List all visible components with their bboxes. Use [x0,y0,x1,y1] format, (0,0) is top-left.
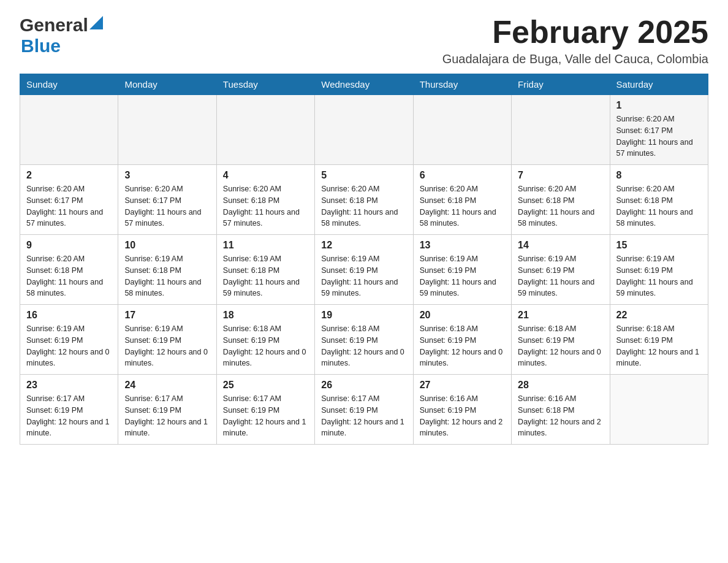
calendar-cell: 15Sunrise: 6:19 AMSunset: 6:19 PMDayligh… [610,235,708,305]
col-tuesday: Tuesday [216,74,314,95]
day-info: Sunrise: 6:20 AMSunset: 6:18 PMDaylight:… [616,183,702,229]
day-number: 4 [223,170,308,181]
day-number: 23 [26,380,112,391]
day-info: Sunrise: 6:18 AMSunset: 6:19 PMDaylight:… [518,323,603,369]
day-number: 21 [518,310,603,321]
calendar-cell [20,95,118,165]
day-number: 11 [223,240,308,251]
day-number: 24 [124,380,210,391]
col-friday: Friday [512,74,610,95]
calendar-cell: 14Sunrise: 6:19 AMSunset: 6:19 PMDayligh… [512,235,610,305]
calendar-cell: 19Sunrise: 6:18 AMSunset: 6:19 PMDayligh… [315,305,413,375]
day-number: 15 [616,240,702,251]
calendar-header-row: Sunday Monday Tuesday Wednesday Thursday… [20,74,708,95]
svg-marker-0 [89,16,103,29]
calendar-week-row: 9Sunrise: 6:20 AMSunset: 6:18 PMDaylight… [20,235,708,305]
col-sunday: Sunday [20,74,118,95]
calendar-cell: 2Sunrise: 6:20 AMSunset: 6:17 PMDaylight… [20,165,118,235]
day-info: Sunrise: 6:20 AMSunset: 6:17 PMDaylight:… [26,183,112,229]
day-number: 25 [223,380,308,391]
logo-triangle-icon [89,16,103,29]
calendar-cell [315,95,413,165]
calendar-cell: 10Sunrise: 6:19 AMSunset: 6:18 PMDayligh… [118,235,216,305]
day-info: Sunrise: 6:19 AMSunset: 6:19 PMDaylight:… [616,253,702,299]
day-number: 10 [124,240,210,251]
day-info: Sunrise: 6:20 AMSunset: 6:18 PMDaylight:… [321,183,406,229]
day-number: 26 [321,380,406,391]
day-number: 22 [616,310,702,321]
calendar-cell [216,95,314,165]
day-info: Sunrise: 6:16 AMSunset: 6:18 PMDaylight:… [518,393,603,439]
calendar-cell: 16Sunrise: 6:19 AMSunset: 6:19 PMDayligh… [20,305,118,375]
calendar-cell: 27Sunrise: 6:16 AMSunset: 6:19 PMDayligh… [413,375,511,445]
day-number: 5 [321,170,406,181]
calendar-cell: 26Sunrise: 6:17 AMSunset: 6:19 PMDayligh… [315,375,413,445]
calendar-cell: 9Sunrise: 6:20 AMSunset: 6:18 PMDaylight… [20,235,118,305]
day-info: Sunrise: 6:20 AMSunset: 6:18 PMDaylight:… [26,253,112,299]
calendar-cell: 11Sunrise: 6:19 AMSunset: 6:18 PMDayligh… [216,235,314,305]
day-info: Sunrise: 6:19 AMSunset: 6:18 PMDaylight:… [223,253,308,299]
day-number: 13 [420,240,505,251]
day-number: 1 [616,100,702,111]
day-number: 18 [223,310,308,321]
day-info: Sunrise: 6:20 AMSunset: 6:17 PMDaylight:… [124,183,210,229]
calendar-cell [512,95,610,165]
logo-blue-text: Blue [21,36,61,56]
day-info: Sunrise: 6:19 AMSunset: 6:19 PMDaylight:… [420,253,505,299]
logo: General Blue [20,15,103,56]
calendar-cell: 8Sunrise: 6:20 AMSunset: 6:18 PMDaylight… [610,165,708,235]
day-info: Sunrise: 6:19 AMSunset: 6:19 PMDaylight:… [26,323,112,369]
calendar-week-row: 16Sunrise: 6:19 AMSunset: 6:19 PMDayligh… [20,305,708,375]
day-info: Sunrise: 6:19 AMSunset: 6:19 PMDaylight:… [321,253,406,299]
calendar-week-row: 1Sunrise: 6:20 AMSunset: 6:17 PMDaylight… [20,95,708,165]
day-number: 17 [124,310,210,321]
title-block: February 2025 Guadalajara de Buga, Valle… [442,15,708,66]
day-number: 14 [518,240,603,251]
calendar-cell: 24Sunrise: 6:17 AMSunset: 6:19 PMDayligh… [118,375,216,445]
day-number: 20 [420,310,505,321]
day-info: Sunrise: 6:19 AMSunset: 6:19 PMDaylight:… [518,253,603,299]
calendar-week-row: 2Sunrise: 6:20 AMSunset: 6:17 PMDaylight… [20,165,708,235]
day-number: 19 [321,310,406,321]
day-info: Sunrise: 6:17 AMSunset: 6:19 PMDaylight:… [124,393,210,439]
day-info: Sunrise: 6:17 AMSunset: 6:19 PMDaylight:… [26,393,112,439]
calendar-cell [610,375,708,445]
col-thursday: Thursday [413,74,511,95]
calendar-table: Sunday Monday Tuesday Wednesday Thursday… [20,74,708,445]
day-info: Sunrise: 6:20 AMSunset: 6:18 PMDaylight:… [518,183,603,229]
day-number: 12 [321,240,406,251]
calendar-cell: 4Sunrise: 6:20 AMSunset: 6:18 PMDaylight… [216,165,314,235]
day-number: 2 [26,170,112,181]
day-info: Sunrise: 6:19 AMSunset: 6:19 PMDaylight:… [124,323,210,369]
calendar-cell: 6Sunrise: 6:20 AMSunset: 6:18 PMDaylight… [413,165,511,235]
col-monday: Monday [118,74,216,95]
day-number: 8 [616,170,702,181]
day-info: Sunrise: 6:18 AMSunset: 6:19 PMDaylight:… [321,323,406,369]
calendar-cell: 23Sunrise: 6:17 AMSunset: 6:19 PMDayligh… [20,375,118,445]
day-info: Sunrise: 6:18 AMSunset: 6:19 PMDaylight:… [223,323,308,369]
day-info: Sunrise: 6:18 AMSunset: 6:19 PMDaylight:… [420,323,505,369]
day-info: Sunrise: 6:19 AMSunset: 6:18 PMDaylight:… [124,253,210,299]
day-number: 7 [518,170,603,181]
calendar-cell: 20Sunrise: 6:18 AMSunset: 6:19 PMDayligh… [413,305,511,375]
calendar-cell: 25Sunrise: 6:17 AMSunset: 6:19 PMDayligh… [216,375,314,445]
col-wednesday: Wednesday [315,74,413,95]
calendar-cell: 22Sunrise: 6:18 AMSunset: 6:19 PMDayligh… [610,305,708,375]
day-number: 3 [124,170,210,181]
page-header: General Blue February 2025 Guadalajara d… [20,15,708,66]
calendar-cell: 1Sunrise: 6:20 AMSunset: 6:17 PMDaylight… [610,95,708,165]
calendar-cell [413,95,511,165]
day-info: Sunrise: 6:16 AMSunset: 6:19 PMDaylight:… [420,393,505,439]
day-number: 27 [420,380,505,391]
day-info: Sunrise: 6:20 AMSunset: 6:18 PMDaylight:… [223,183,308,229]
calendar-cell: 21Sunrise: 6:18 AMSunset: 6:19 PMDayligh… [512,305,610,375]
calendar-week-row: 23Sunrise: 6:17 AMSunset: 6:19 PMDayligh… [20,375,708,445]
calendar-cell: 17Sunrise: 6:19 AMSunset: 6:19 PMDayligh… [118,305,216,375]
day-info: Sunrise: 6:17 AMSunset: 6:19 PMDaylight:… [321,393,406,439]
calendar-cell: 7Sunrise: 6:20 AMSunset: 6:18 PMDaylight… [512,165,610,235]
day-number: 28 [518,380,603,391]
calendar-cell: 18Sunrise: 6:18 AMSunset: 6:19 PMDayligh… [216,305,314,375]
day-number: 9 [26,240,112,251]
calendar-cell: 12Sunrise: 6:19 AMSunset: 6:19 PMDayligh… [315,235,413,305]
calendar-cell [118,95,216,165]
